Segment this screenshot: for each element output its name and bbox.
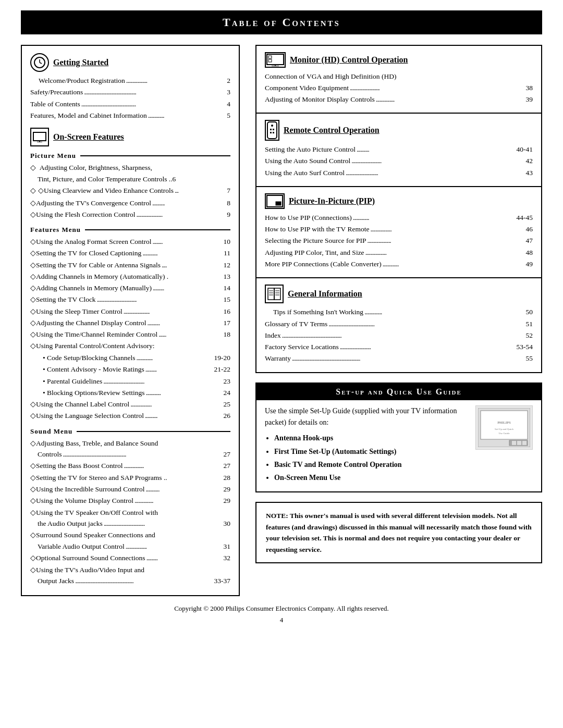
svg-rect-34 [512,441,516,445]
fm-item-11: ◇Using the Channel Label Control........… [30,399,230,410]
fm-item-9: ◇Using the Time/Channel Reminder Control… [30,329,230,340]
pip-header: Picture-In-Picture (PIP) [265,193,533,209]
getting-started-entries: Welcome/Product Registration ...........… [30,75,230,87]
book-icon [265,285,284,303]
on-screen-header: On-Screen Features [30,128,230,146]
svg-rect-13 [270,129,272,130]
page-number: 4 [21,616,542,624]
note-box: NOTE: This owner's manual is used with s… [255,502,542,563]
remote-title: Remote Control Operation [284,126,380,135]
svg-rect-16 [273,132,274,133]
right-column: Monitor (HD) Control Operation Connectio… [255,45,542,563]
svg-rect-10 [268,59,272,62]
remote-control-section: Remote Control Operation Setting the Aut… [255,114,542,187]
pip-title: Picture-In-Picture (PIP) [289,196,375,206]
sm-item-4: ◇Using the Incredible Surround Control..… [30,484,230,495]
pip-entry-3: Selecting the Picture Source for PIP....… [265,235,533,246]
svg-rect-3 [33,132,46,141]
pip-section: Picture-In-Picture (PIP) How to Use PIP … [255,187,542,278]
toc-entry-features: Features, Model and Cabinet Information … [30,110,230,121]
page-wrapper: Table of Contents Getting Started Welcom… [0,0,563,728]
fm-item-10: ◇Using Parental Control/Content Advisory… [30,340,230,352]
general-info-header: General Information [265,285,533,303]
fm-item-6: ◇Setting the TV Clock...................… [30,294,230,305]
fm-sub-3: • Parental Guidelines...................… [43,376,230,387]
setup-bullets: Antenna Hook-ups First Time Set-Up (Auto… [265,431,469,484]
svg-rect-29 [481,411,528,439]
fm-item-2: ◇Setting the TV for Closed Captioning...… [30,248,230,259]
svg-rect-18 [276,202,281,205]
getting-started-title: Getting Started [53,58,108,67]
screen-icon [30,128,49,146]
gi-entry-4: Factory Service Locations ..............… [265,341,533,353]
pm-item-3: ◇Adjusting the TV's Convergence Control … [30,198,230,209]
sm-item-6: ◇Using the TV Speaker On/Off Control wit… [30,507,230,530]
sound-menu-label: Sound Menu [30,427,230,436]
fm-item-1: ◇Using the Analog Format Screen Control.… [30,236,230,248]
fm-sub-items: • Code Setup/Blocking Channels..........… [30,352,230,399]
sm-item-3: ◇Setting the TV for Stereo and SAP Progr… [30,472,230,484]
pip-entry-2: How to Use PIP with the TV Remote.......… [265,224,533,235]
svg-rect-15 [270,132,272,133]
svg-text:Set-Up and Quick: Set-Up and Quick [495,428,514,430]
svg-text:PHILIPS: PHILIPS [497,421,511,425]
svg-rect-20 [274,288,280,300]
pip-entry-1: How to Use PIP (Connections) ...........… [265,212,533,224]
svg-rect-35 [517,441,521,445]
pm-item-1: Adjusting Color, Brightness, Sharpness, … [30,162,230,184]
gi-entry-1: Tips if Something Isn't Working ........… [265,306,533,318]
gi-entry-2: Glossary of TV Terms ...................… [265,318,533,330]
monitor-hd-title: Monitor (HD) Control Operation [290,55,408,65]
svg-line-2 [40,63,42,64]
remote-entry-2: Using the Auto Sound Control............… [265,155,533,167]
pm-item-4: ◇Using the Flesh Correction Control ....… [30,209,230,220]
clock-icon [30,53,49,72]
sm-item-9: ◇Using the TV's Audio/Video Input and Ou… [30,564,230,587]
fm-item-3: ◇Setting the TV for Cable or Antenna Sig… [30,260,230,271]
main-columns: Getting Started Welcome/Product Registra… [21,45,542,596]
sm-item-5: ◇Using the Volume Display Control.......… [30,495,230,507]
remote-entry-3: Using the Auto Surf Control.............… [265,167,533,179]
picture-menu-label: Picture Menu [30,152,230,160]
monitor-hd-section: Monitor (HD) Control Operation Connectio… [255,45,542,114]
remote-entry-1: Setting the Auto Picture Control .......… [265,144,533,155]
svg-rect-14 [273,129,274,130]
getting-started-header: Getting Started [30,53,230,72]
sm-item-8: ◇Optional Surround Sound Connections ...… [30,552,230,564]
gi-entry-3: Index ..................................… [265,330,533,341]
svg-rect-19 [268,288,274,300]
general-info-title: General Information [288,289,362,299]
svg-point-12 [271,125,273,127]
left-column: Getting Started Welcome/Product Registra… [21,45,240,596]
setup-image: PHILIPS Set-Up and Quick Use Guide [475,405,533,450]
setup-bullet-4: On-Screen Menu Use [274,471,469,484]
pip-entry-4: Adjusting PIP Color, Tint, and Size ....… [265,247,533,258]
monitor-hd-header: Monitor (HD) Control Operation [265,52,533,68]
remote-icon [265,120,279,141]
monitor-icon [265,52,286,68]
fm-item-12: ◇Using the Language Selection Control...… [30,410,230,422]
svg-text:Use Guide: Use Guide [498,432,510,435]
fm-sub-4: • Blocking Options/Review Settings......… [43,387,230,399]
setup-bullet-2: First Time Set-Up (Automatic Settings) [274,445,469,458]
features-menu-label: Features Menu [30,226,230,234]
pip-entry-5: More PIP Connections (Cable Converter)..… [265,258,533,270]
svg-rect-11 [267,122,277,139]
remote-header: Remote Control Operation [265,120,533,141]
general-info-section: General Information Tips if Something Is… [255,278,542,373]
fm-item-7: ◇Using the Sleep Timer Control .........… [30,306,230,317]
toc-entry-safety: Safety/Precautions .....................… [30,87,230,98]
svg-rect-36 [522,441,527,445]
sm-item-2: ◇Setting the Bass Boost Control ........… [30,460,230,472]
note-text: NOTE: This owner's manual is used with s… [266,510,532,555]
sm-item-1: ◇Adjusting Bass, Treble, and Balance Sou… [30,438,230,461]
svg-rect-9 [268,56,272,58]
setup-text: Use the simple Set-Up Guide (supplied wi… [265,405,469,485]
toc-entry-toc: Table of Contents ......................… [30,98,230,110]
monitor-entry-1: Connection of VGA and High Definition (H… [265,71,533,94]
fm-item-5: ◇Adding Channels in Memory (Manually)...… [30,282,230,294]
setup-bullet-1: Antenna Hook-ups [274,431,469,445]
monitor-entry-2: Adjusting of Monitor Display Controls...… [265,94,533,105]
copyright: Copyright © 2000 Philips Consumer Electr… [21,604,542,613]
fm-item-8: ◇Adjusting the Channel Display Control..… [30,317,230,329]
